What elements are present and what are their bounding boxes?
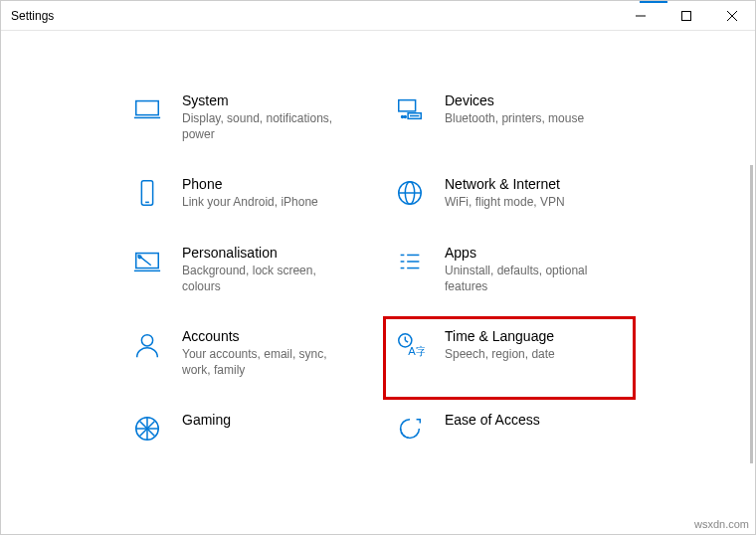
network-icon (393, 176, 427, 210)
system-icon (130, 92, 164, 126)
category-title: Personalisation (182, 245, 341, 261)
category-time-language[interactable]: A字Time & LanguageSpeech, region, date (383, 316, 636, 400)
category-desc: Bluetooth, printers, mouse (445, 110, 584, 126)
category-text: DevicesBluetooth, printers, mouse (445, 92, 584, 126)
svg-rect-11 (141, 181, 152, 205)
category-title: System (182, 92, 341, 108)
window-title: Settings (11, 9, 54, 23)
gaming-icon (130, 412, 164, 446)
category-desc: Speech, region, date (445, 346, 555, 362)
svg-rect-4 (136, 101, 159, 115)
category-system[interactable]: SystemDisplay, sound, notifications, pow… (120, 81, 373, 164)
category-title: Phone (182, 176, 318, 192)
category-desc: Display, sound, notifications, power (182, 110, 341, 142)
window-controls (618, 1, 755, 30)
svg-point-9 (404, 116, 406, 118)
category-apps[interactable]: AppsUninstall, defaults, optional featur… (383, 233, 636, 316)
svg-point-25 (141, 335, 152, 346)
category-personalisation[interactable]: PersonalisationBackground, lock screen, … (120, 233, 373, 316)
category-text: Gaming (182, 412, 231, 430)
category-accounts[interactable]: AccountsYour accounts, email, sync, work… (120, 316, 373, 400)
time-language-icon: A字 (393, 328, 427, 362)
phone-icon (130, 176, 164, 210)
minimize-button[interactable] (618, 1, 663, 30)
svg-line-28 (405, 340, 408, 342)
category-title: Gaming (182, 412, 231, 428)
category-text: Time & LanguageSpeech, region, date (445, 328, 555, 362)
svg-rect-6 (399, 100, 416, 111)
personalisation-icon (130, 245, 164, 278)
category-ease-of-access[interactable]: Ease of Access (383, 400, 636, 467)
category-desc: Uninstall, defaults, optional features (445, 263, 604, 294)
settings-home: SystemDisplay, sound, notifications, pow… (1, 31, 755, 534)
watermark: wsxdn.com (694, 518, 749, 530)
category-title: Ease of Access (445, 412, 540, 428)
svg-point-8 (402, 116, 404, 118)
svg-text:A字: A字 (408, 345, 425, 357)
category-network[interactable]: Network & InternetWiFi, flight mode, VPN (383, 164, 636, 232)
category-title: Time & Language (445, 328, 555, 344)
titlebar: Settings (1, 1, 755, 31)
category-text: PhoneLink your Android, iPhone (182, 176, 318, 210)
category-title: Devices (445, 92, 584, 108)
category-title: Network & Internet (445, 176, 565, 192)
category-devices[interactable]: DevicesBluetooth, printers, mouse (383, 81, 636, 164)
close-button[interactable] (709, 1, 755, 30)
category-text: SystemDisplay, sound, notifications, pow… (182, 92, 341, 142)
category-title: Accounts (182, 328, 341, 344)
category-text: AppsUninstall, defaults, optional featur… (445, 245, 604, 294)
category-desc: Background, lock screen, colours (182, 263, 341, 294)
category-title: Apps (445, 245, 604, 261)
category-gaming[interactable]: Gaming (120, 400, 373, 467)
category-desc: Link your Android, iPhone (182, 194, 318, 210)
category-text: AccountsYour accounts, email, sync, work… (182, 328, 341, 378)
svg-rect-1 (682, 11, 691, 20)
accounts-icon (130, 328, 164, 362)
category-text: Ease of Access (445, 412, 540, 430)
apps-icon (393, 245, 427, 278)
scrollbar[interactable] (750, 165, 753, 463)
category-desc: Your accounts, email, sync, work, family (182, 346, 341, 378)
category-text: PersonalisationBackground, lock screen, … (182, 245, 341, 294)
maximize-button[interactable] (663, 1, 709, 30)
ease-of-access-icon (393, 412, 427, 446)
devices-icon (393, 92, 427, 126)
category-phone[interactable]: PhoneLink your Android, iPhone (120, 164, 373, 232)
category-text: Network & InternetWiFi, flight mode, VPN (445, 176, 565, 210)
category-desc: WiFi, flight mode, VPN (445, 194, 565, 210)
